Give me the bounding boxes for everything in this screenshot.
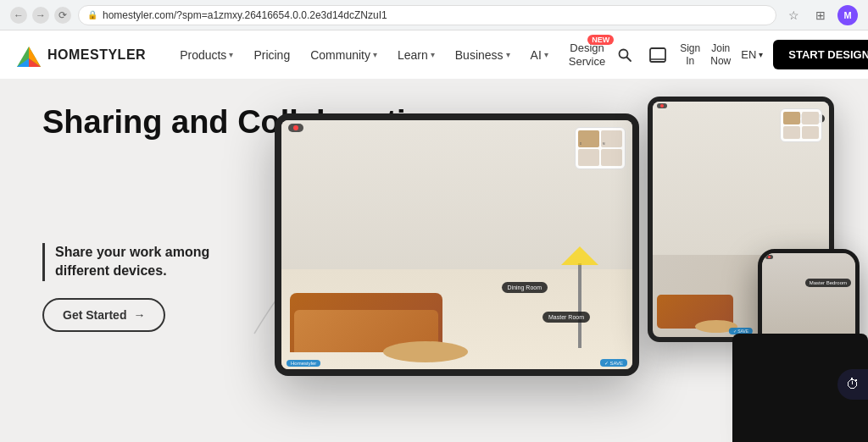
nav-products[interactable]: Products ▾ <box>171 43 242 67</box>
dining-room-label: Dining Room <box>502 282 548 293</box>
browser-nav-buttons: ← → ⟳ <box>10 7 71 24</box>
url-text: homestyler.com/?spm=a1zmxy.26416654.0.0.… <box>103 9 387 21</box>
tablet-large-screen: Dining Room Master Room D M <box>281 120 632 369</box>
nav-links: Products ▾ Pricing Community ▾ Learn ▾ B… <box>171 41 614 68</box>
browser-chrome: ← → ⟳ 🔒 homestyler.com/?spm=a1zmxy.26416… <box>0 0 868 30</box>
new-badge: NEW <box>587 35 614 45</box>
minimap-room-2: M <box>601 130 622 147</box>
forward-button[interactable]: → <box>32 7 49 24</box>
tablet-right-minimap-4 <box>802 126 819 139</box>
tablet-status-dot <box>293 125 298 130</box>
hero-section: Sharing and Collaboration Share your wor… <box>0 80 868 442</box>
logo[interactable]: HOMESTYLER <box>17 43 146 67</box>
support-icon: ⏱ <box>846 377 860 392</box>
tablet-right-minimap <box>780 108 822 142</box>
profile-avatar[interactable]: M <box>837 5 858 25</box>
nav-learn[interactable]: Learn ▾ <box>389 43 443 67</box>
minimap-panel: D M <box>575 127 626 169</box>
lock-icon: 🔒 <box>87 10 97 19</box>
minimap-label-2: M <box>603 142 605 146</box>
nav-right: Sign In Join Now EN ▾ START DESIGNING → <box>614 40 868 69</box>
support-button[interactable]: ⏱ <box>837 369 868 400</box>
get-started-arrow-icon: → <box>133 308 145 322</box>
address-bar[interactable]: 🔒 homestyler.com/?spm=a1zmxy.26416654.0.… <box>78 5 776 25</box>
tablet-right-minimap-3 <box>783 126 800 139</box>
join-now-button[interactable]: Join Now <box>710 42 731 67</box>
back-button[interactable]: ← <box>10 7 27 24</box>
phone-room-label: Master Bedroom <box>805 279 851 287</box>
phone-status-dot <box>768 256 771 258</box>
minimap-room-1: D <box>578 130 599 147</box>
homestyler-brand-label: Homestyler <box>287 360 320 367</box>
star-button[interactable]: ☆ <box>783 5 804 25</box>
language-selector[interactable]: EN ▾ <box>741 48 763 61</box>
browser-actions: ☆ ⊞ M <box>783 5 858 25</box>
main-content: Sharing and Collaboration Share your wor… <box>0 80 868 442</box>
tablet-right-minimap-1 <box>783 112 800 124</box>
minimap-room-3 <box>578 149 599 166</box>
navbar: HOMESTYLER Products ▾ Pricing Community … <box>0 30 868 80</box>
design-service-text: DesignService <box>569 41 605 68</box>
logo-icon <box>17 43 41 67</box>
floor-lamp <box>578 263 581 348</box>
phone-topbar <box>765 255 773 259</box>
nav-ai[interactable]: AI ▾ <box>522 43 557 67</box>
tablet-right-minimap-2 <box>802 112 819 124</box>
reload-button[interactable]: ⟳ <box>54 7 71 24</box>
svg-line-5 <box>627 57 632 61</box>
lang-chevron-icon: ▾ <box>759 50 763 59</box>
devices-container: Dining Room Master Room D M <box>275 97 868 442</box>
tablet-view-button[interactable] <box>646 44 670 66</box>
nav-design-service[interactable]: NEW DesignService <box>560 41 614 68</box>
business-chevron-icon: ▾ <box>506 50 510 59</box>
tablet-top-bar <box>288 124 303 132</box>
coffee-table <box>383 341 468 362</box>
learn-chevron-icon: ▾ <box>431 50 435 59</box>
ai-chevron-icon: ▾ <box>544 50 548 59</box>
extensions-button[interactable]: ⊞ <box>810 5 831 25</box>
left-content: Share your work amongdifferent devices. … <box>42 243 209 332</box>
tablet-action-btn[interactable]: ✓ SAVE <box>600 359 627 367</box>
search-button[interactable] <box>614 44 636 66</box>
logo-text: HOMESTYLER <box>47 47 146 63</box>
get-started-button[interactable]: Get Started → <box>42 298 165 332</box>
nav-pricing[interactable]: Pricing <box>245 43 298 67</box>
nav-business[interactable]: Business ▾ <box>447 43 519 67</box>
tagline: Share your work amongdifferent devices. <box>42 243 209 281</box>
sign-in-button[interactable]: Sign In <box>680 42 700 67</box>
minimap-room-4 <box>601 149 622 166</box>
nav-community[interactable]: Community ▾ <box>302 43 386 67</box>
master-room-label: Master Room <box>542 312 590 323</box>
minimap-label-1: D <box>580 142 581 146</box>
tablet-right-dot <box>660 104 664 108</box>
start-designing-button[interactable]: START DESIGNING → <box>773 40 868 69</box>
products-chevron-icon: ▾ <box>229 50 233 59</box>
community-chevron-icon: ▾ <box>373 50 377 59</box>
tablet-icon <box>649 47 666 63</box>
tablet-right-topbar <box>657 103 667 108</box>
tablet-large: Dining Room Master Room D M <box>275 113 639 376</box>
search-icon <box>617 47 632 63</box>
